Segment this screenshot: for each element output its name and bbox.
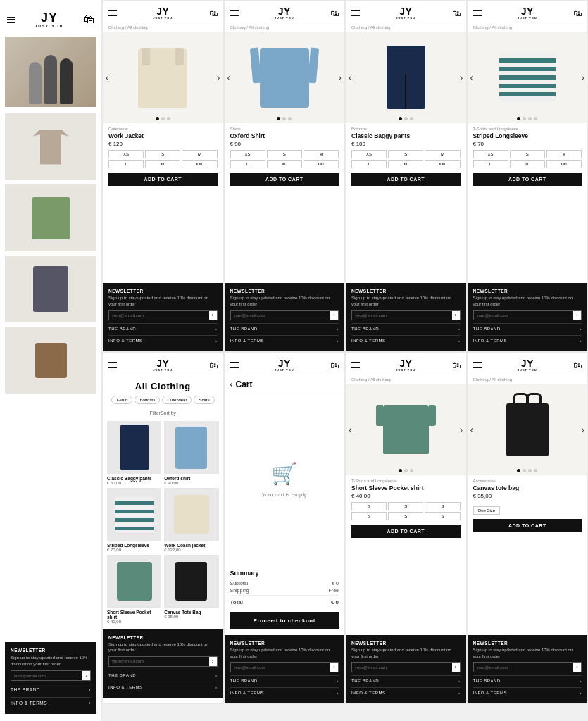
tag-tshirt[interactable]: T-shirt — [111, 396, 133, 404]
ph4-info-link[interactable]: INFO & TERMS› — [473, 335, 582, 346]
ph4-next-btn[interactable]: › — [581, 72, 584, 83]
ph7-size-1[interactable]: S — [351, 502, 387, 510]
ph4-size-l[interactable]: L — [473, 160, 508, 168]
ph2-info-link[interactable]: INFO & TERMS› — [230, 335, 339, 346]
ph2-size-l[interactable]: L — [230, 160, 265, 168]
ph8-brand-link[interactable]: THE BRAND› — [473, 675, 582, 686]
tag-shirts[interactable]: Shirts — [194, 396, 214, 404]
ph7-hamburger[interactable] — [351, 362, 360, 368]
ph2-prev-btn[interactable]: ‹ — [227, 72, 231, 83]
size-xl[interactable]: XL — [145, 160, 180, 168]
ph2-nl-submit[interactable]: › — [330, 311, 338, 320]
ph2-next-btn[interactable]: › — [338, 72, 342, 83]
ph2-size-xxl[interactable]: XXL — [304, 160, 339, 168]
ph3-info-link[interactable]: INFO & TERMS› — [351, 335, 461, 346]
ph8-hamburger[interactable] — [473, 362, 482, 368]
ph7-prev-btn[interactable]: ‹ — [349, 424, 352, 435]
ph6-checkout-btn[interactable]: Proceed to checkout — [230, 612, 339, 629]
sidebar-thumb-2[interactable] — [5, 184, 96, 251]
ph7-add-to-cart[interactable]: ADD TO CART — [351, 525, 461, 538]
ph8-nl-email[interactable] — [474, 664, 574, 671]
ph1-cart-btn[interactable]: 🛍 — [209, 8, 218, 18]
ph4-prev-btn[interactable]: ‹ — [470, 72, 474, 83]
ph5-nl-email[interactable] — [109, 658, 209, 665]
listing-item-coach-jacket[interactable]: Work Coach jacket € 122,00 — [164, 488, 218, 552]
ph4-nl-email[interactable] — [474, 312, 574, 319]
ph6-brand-link[interactable]: THE BRAND› — [230, 675, 339, 686]
ph6-nl-email[interactable] — [231, 664, 331, 671]
ph4-brand-link[interactable]: THE BRAND› — [473, 323, 582, 334]
ph7-size-6[interactable]: S — [425, 512, 460, 520]
ph8-add-to-cart[interactable]: ADD TO CART — [473, 519, 582, 532]
listing-item-baggy-pants[interactable]: Classic Baggy pants € 60,00 — [107, 421, 161, 485]
ph1-nl-submit[interactable]: › — [209, 311, 217, 320]
listing-item-pocket-shirt[interactable]: Short Sleeve Pocket shirt € 40,00 — [107, 555, 161, 624]
ph3-size-xxl[interactable]: XXL — [425, 160, 460, 168]
ph2-hamburger[interactable] — [230, 10, 239, 16]
sidebar-thumb-4[interactable] — [5, 327, 96, 394]
listing-item-striped[interactable]: Striped Longsleeve € 70,00 — [107, 488, 161, 552]
ph2-add-to-cart[interactable]: ADD TO CART — [230, 173, 339, 186]
tag-bottoms[interactable]: Bottoms — [135, 396, 160, 404]
ph3-prev-btn[interactable]: ‹ — [349, 72, 352, 83]
ph7-nl-submit[interactable]: › — [452, 663, 460, 672]
ph3-add-to-cart[interactable]: ADD TO CART — [351, 173, 461, 186]
ph3-size-s[interactable]: S — [388, 150, 423, 158]
ph8-info-link[interactable]: INFO & TERMS› — [473, 687, 582, 698]
ph8-one-size[interactable]: One Size — [473, 506, 501, 515]
ph4-add-to-cart[interactable]: ADD TO CART — [473, 173, 582, 186]
listing-item-tote-bag[interactable]: Canvas Tote Bag € 35,00 — [164, 555, 218, 624]
ph2-size-xs[interactable]: XS — [230, 150, 265, 158]
ph4-hamburger[interactable] — [473, 10, 482, 16]
size-xs[interactable]: XS — [108, 150, 144, 158]
ph8-next-btn[interactable]: › — [581, 424, 584, 435]
ph4-size-tl[interactable]: TL — [510, 160, 545, 168]
hamburger-icon[interactable] — [7, 17, 15, 23]
ph7-next-btn[interactable]: › — [460, 424, 463, 435]
sidebar-newsletter-email[interactable] — [11, 672, 82, 679]
ph5-cart-btn[interactable]: 🛍 — [209, 360, 218, 370]
ph4-size-xs[interactable]: XS — [473, 150, 508, 158]
size-xxl[interactable]: XXL — [182, 160, 217, 168]
ph3-size-xs[interactable]: XS — [351, 150, 387, 158]
ph7-size-5[interactable]: S — [388, 512, 423, 520]
ph2-nl-email[interactable] — [231, 312, 331, 319]
sidebar-info-link[interactable]: INFO & TERMS › — [11, 697, 91, 708]
ph6-cart-btn[interactable]: 🛍 — [330, 360, 339, 370]
ph1-nl-email[interactable] — [109, 312, 209, 319]
sidebar-newsletter-submit[interactable]: › — [82, 671, 90, 680]
ph2-cart-btn[interactable]: 🛍 — [330, 8, 339, 18]
ph7-size-4[interactable]: S — [351, 512, 387, 520]
ph4-cart-btn[interactable]: 🛍 — [573, 8, 582, 18]
ph3-next-btn[interactable]: › — [460, 72, 463, 83]
ph4-size-xxl[interactable]: XXL — [546, 160, 582, 168]
ph3-hamburger[interactable] — [351, 10, 360, 16]
ph2-brand-link[interactable]: THE BRAND› — [230, 323, 339, 334]
ph7-cart-btn[interactable]: 🛍 — [452, 360, 461, 370]
sidebar-thumb-1[interactable] — [5, 113, 96, 180]
ph3-brand-link[interactable]: THE BRAND› — [351, 323, 461, 334]
ph6-hamburger[interactable] — [230, 362, 239, 368]
ph1-prev-btn[interactable]: ‹ — [106, 72, 109, 83]
tag-outerwear[interactable]: Outerwear — [162, 396, 192, 404]
ph1-info-link[interactable]: INFO & TERMS› — [108, 335, 218, 346]
ph6-back-btn[interactable]: ‹ — [230, 380, 233, 389]
ph1-next-btn[interactable]: › — [217, 72, 220, 83]
sort-label[interactable]: Sort by — [161, 410, 176, 415]
ph7-info-link[interactable]: INFO & TERMS› — [351, 687, 461, 698]
ph7-size-2[interactable]: S — [388, 502, 423, 510]
ph2-size-s[interactable]: S — [267, 150, 302, 158]
ph3-size-xl[interactable]: XL — [388, 160, 423, 168]
ph5-nl-submit[interactable]: › — [209, 657, 217, 666]
ph5-info-link[interactable]: INFO & TERMS› — [108, 682, 218, 692]
ph8-cart-btn[interactable]: 🛍 — [573, 360, 582, 370]
listing-item-oxford-shirt[interactable]: Oxford shirt € 90,00 — [164, 421, 218, 485]
ph2-size-m[interactable]: M — [304, 150, 339, 158]
ph7-brand-link[interactable]: THE BRAND› — [351, 675, 461, 686]
ph3-nl-email[interactable] — [352, 312, 452, 319]
ph1-hamburger[interactable] — [108, 10, 117, 16]
ph3-cart-btn[interactable]: 🛍 — [452, 8, 461, 18]
ph4-size-s[interactable]: S — [510, 150, 545, 158]
ph4-size-m[interactable]: M — [546, 150, 582, 158]
size-s[interactable]: S — [145, 150, 180, 158]
